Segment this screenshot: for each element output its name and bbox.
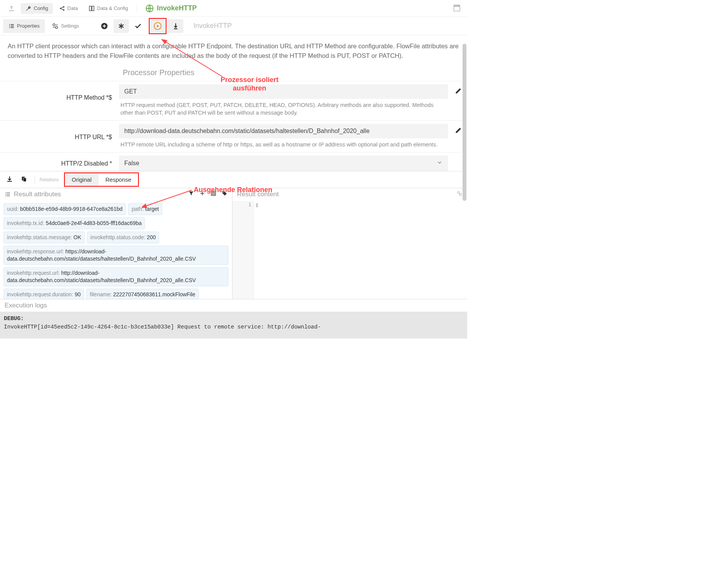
attribute-chip[interactable]: uuid: b0bb518e-e59d-48b9-9918-647ce8a261… — [3, 203, 126, 215]
properties-section-title: Processor Properties — [0, 67, 467, 81]
asterisk-icon — [118, 23, 125, 30]
results-pane: Result attributes uuid: b0bb518e-e59d-48… — [0, 188, 467, 299]
log-level: DEBUG: — [4, 315, 24, 322]
download-button[interactable] — [4, 176, 15, 184]
settings-icon[interactable] — [456, 191, 463, 199]
svg-rect-7 — [454, 5, 460, 7]
result-content-header: Result content — [232, 188, 467, 201]
add-icon[interactable] — [199, 191, 205, 198]
scrollbar[interactable] — [463, 44, 466, 201]
result-attributes-panel: Result attributes uuid: b0bb518e-e59d-48… — [0, 188, 232, 299]
table-icon[interactable] — [211, 191, 216, 198]
property-label: HTTP URL *$ — [0, 124, 119, 148]
logs-title: Execution logs — [0, 299, 467, 312]
property-help: HTTP request method (GET, POST, PUT, PAT… — [119, 99, 448, 117]
upload-button[interactable] — [4, 3, 19, 14]
plus-circle-icon — [100, 22, 108, 30]
run-button-highlight — [149, 18, 166, 34]
data-config-view-button[interactable]: Data & Config — [84, 3, 133, 14]
log-line: InvokeHTTP[id=45eed5c2-149c-4264-8c1c-b3… — [4, 324, 321, 330]
step-button[interactable] — [168, 19, 183, 33]
svg-point-15 — [223, 192, 224, 193]
globe-icon — [145, 4, 154, 13]
run-button[interactable] — [150, 19, 165, 33]
logs-body: DEBUG: InvokeHTTP[id=45eed5c2-149c-4264-… — [0, 312, 467, 338]
svg-point-2 — [63, 9, 64, 11]
editor-area[interactable]: ▮ — [254, 201, 467, 299]
tab-properties[interactable]: Properties — [3, 19, 45, 33]
relation-tab-response[interactable]: Response — [99, 173, 138, 186]
tab-settings[interactable]: Settings — [46, 19, 84, 33]
validate-button[interactable] — [130, 19, 146, 33]
panel-toggle-icon[interactable] — [453, 5, 460, 13]
relations-toolbar: Relations Original Response — [0, 171, 467, 188]
sliders-icon — [52, 23, 59, 30]
relations-tabs-highlight: Original Response — [64, 172, 139, 187]
attribute-chip[interactable]: invokehttp.tx.id: 54dc0ae8-2e4f-4d83-b05… — [3, 217, 145, 229]
svg-point-1 — [63, 6, 64, 8]
attribute-chip[interactable]: invokehttp.status.message: OK — [3, 232, 85, 243]
edit-icon[interactable] — [455, 127, 462, 135]
upload-icon — [8, 5, 15, 11]
wrench-icon — [25, 5, 31, 11]
attribute-chip[interactable]: invokehttp.status.code: 200 — [87, 232, 159, 243]
result-content-body: 1 ▮ — [232, 201, 467, 299]
filter-icon[interactable] — [188, 191, 194, 198]
property-row-http-method: HTTP Method *$ GET HTTP request method (… — [0, 81, 467, 121]
svg-point-16 — [458, 192, 460, 194]
property-value: http://download-data.deutschebahn.com/st… — [124, 128, 370, 135]
svg-point-9 — [56, 26, 58, 28]
svg-rect-14 — [211, 191, 216, 195]
copy-button[interactable] — [18, 176, 30, 184]
add-button[interactable] — [97, 19, 112, 33]
list-icon — [5, 191, 11, 197]
asterisk-button[interactable] — [114, 19, 129, 33]
data-view-button[interactable]: Data — [54, 3, 82, 14]
play-circle-icon — [153, 22, 162, 30]
tag-icon[interactable] — [222, 191, 227, 198]
processor-description: An HTTP client processor which can inter… — [0, 35, 467, 67]
data-config-label: Data & Config — [97, 5, 128, 11]
result-content-panel: Result content 1 ▮ — [232, 188, 467, 299]
attribute-chip[interactable]: invokehttp.request.url: http://download-… — [3, 267, 229, 286]
processor-subtitle: InvokeHTTP — [193, 22, 232, 30]
processor-name: InvokeHTTP — [157, 4, 197, 12]
edit-icon[interactable] — [455, 87, 462, 95]
property-help: HTTP remote URL including a scheme of ht… — [119, 138, 448, 148]
sub-toolbar: Properties Settings InvokeHT — [0, 17, 467, 35]
line-gutter: 1 — [232, 201, 254, 299]
svg-point-17 — [460, 194, 461, 195]
relations-label: Relations — [40, 177, 61, 182]
config-view-button[interactable]: Config — [21, 3, 53, 14]
relation-tab-original[interactable]: Original — [65, 173, 99, 186]
property-input-http2[interactable]: False — [119, 156, 448, 171]
attribute-chip[interactable]: filename: 2222707450683611.mockFlowFile — [86, 289, 199, 299]
attribute-chip[interactable]: path: target — [128, 203, 162, 215]
check-icon — [134, 22, 142, 30]
property-label: HTTP Method *$ — [0, 84, 119, 117]
chevron-down-icon — [436, 159, 443, 167]
result-attributes-title: Result attributes — [14, 191, 61, 198]
config-label: Config — [34, 5, 48, 11]
svg-point-8 — [53, 23, 55, 26]
property-row-http2: HTTP/2 Disabled * False — [0, 152, 467, 171]
attribute-chip[interactable]: invokehttp.request.duration: 90 — [3, 289, 84, 299]
result-attributes-header: Result attributes — [0, 188, 232, 200]
property-input-http-url[interactable]: http://download-data.deutschebahn.com/st… — [119, 124, 448, 138]
line-number: 1 — [249, 202, 251, 207]
svg-rect-4 — [92, 6, 94, 11]
attributes-list: uuid: b0bb518e-e59d-48b9-9918-647ce8a261… — [0, 200, 232, 299]
attribute-chip[interactable]: invokehttp.response.url: https://downloa… — [3, 246, 229, 265]
separator — [137, 4, 137, 13]
arrow-down-icon — [173, 23, 179, 30]
result-content-title: Result content — [237, 191, 279, 199]
property-value: GET — [124, 88, 137, 95]
columns-icon — [89, 5, 95, 11]
separator — [35, 176, 35, 184]
tab-properties-label: Properties — [17, 23, 40, 29]
list-icon — [8, 23, 15, 29]
share-icon — [59, 5, 65, 11]
property-input-http-method[interactable]: GET — [119, 84, 448, 99]
svg-rect-3 — [89, 6, 91, 11]
property-label: HTTP/2 Disabled * — [0, 156, 119, 171]
